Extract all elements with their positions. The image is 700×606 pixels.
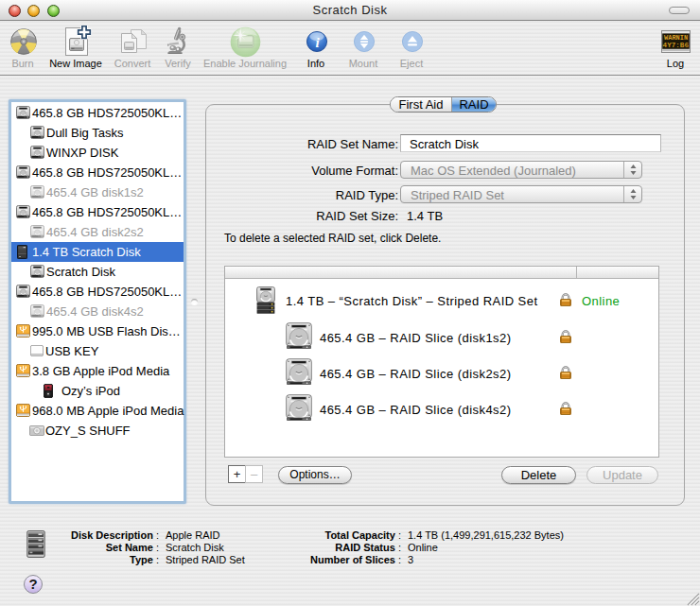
svg-text:WARNIN: WARNIN xyxy=(664,34,688,42)
svg-text:4Y7:B6: 4Y7:B6 xyxy=(663,42,690,49)
